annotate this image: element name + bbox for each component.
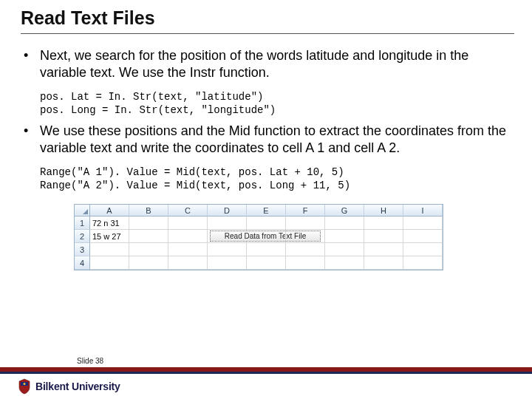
cell[interactable] [325, 243, 364, 256]
bullet-list: Next, we search for the position of the … [21, 47, 511, 81]
cell[interactable] [247, 256, 286, 270]
cell[interactable] [208, 256, 247, 270]
cell[interactable] [364, 230, 403, 243]
code-line: pos. Lat = In. Str(text, "latitude") [40, 91, 263, 103]
cell[interactable] [90, 256, 129, 270]
logo-row: Bilkent University [0, 374, 532, 399]
cell-a1[interactable]: 72 n 31 [90, 216, 129, 230]
row-header[interactable]: 2 [75, 230, 90, 243]
footer: Bilkent University [0, 367, 532, 399]
cell[interactable] [247, 216, 286, 230]
sheet-row: 4 [75, 256, 443, 270]
bullet-item: We use these positions and the Mid funct… [21, 123, 511, 156]
cell[interactable] [364, 256, 403, 270]
cell[interactable] [403, 230, 443, 243]
cell[interactable] [168, 256, 208, 270]
sheet-row: 1 72 n 31 [75, 216, 443, 230]
university-crest-icon [18, 378, 31, 395]
cell[interactable] [129, 243, 168, 256]
sheet-row: 3 [75, 243, 443, 256]
cell[interactable] [247, 243, 286, 256]
cell[interactable] [90, 243, 129, 256]
cell[interactable] [364, 216, 403, 230]
cell[interactable] [325, 216, 364, 230]
slide-body: Next, we search for the position of the … [21, 47, 511, 270]
cell[interactable] [286, 230, 325, 243]
cell[interactable] [208, 216, 247, 230]
col-header[interactable]: E [247, 205, 286, 216]
col-header[interactable]: D [208, 205, 247, 216]
spreadsheet: A B C D E F G H I 1 72 n 31 [74, 204, 443, 270]
code-line: pos. Long = In. Str(text, "longitude") [40, 104, 276, 116]
cell[interactable] [403, 256, 443, 270]
cell[interactable] [286, 256, 325, 270]
cell[interactable] [168, 243, 208, 256]
row-header[interactable]: 4 [75, 256, 90, 270]
col-header[interactable]: H [364, 205, 403, 216]
slide-number: Slide 38 [77, 357, 103, 365]
cell[interactable] [129, 216, 168, 230]
svg-point-0 [24, 383, 26, 385]
slide-title: Read Text Files [21, 7, 511, 32]
title-rule [21, 33, 514, 34]
col-header[interactable]: F [286, 205, 325, 216]
col-header[interactable]: B [129, 205, 168, 216]
code-block-2: Range("A 1"). Value = Mid(text, pos. Lat… [21, 163, 511, 198]
col-header[interactable]: I [403, 205, 443, 216]
row-header[interactable]: 1 [75, 216, 90, 230]
cell[interactable] [168, 230, 208, 243]
cell[interactable] [247, 230, 286, 243]
cell[interactable]: Read Data from Text File [208, 230, 247, 243]
cell[interactable] [325, 230, 364, 243]
bullet-text: Next, we search for the position of the … [40, 48, 468, 80]
bullet-item: Next, we search for the position of the … [21, 47, 511, 81]
cell[interactable] [129, 256, 168, 270]
cell[interactable] [286, 216, 325, 230]
cell[interactable] [168, 216, 208, 230]
bullet-list: We use these positions and the Mid funct… [21, 123, 511, 156]
row-header[interactable]: 3 [75, 243, 90, 256]
cell[interactable] [364, 243, 403, 256]
cell[interactable] [129, 230, 168, 243]
cell[interactable] [208, 243, 247, 256]
cell-a2[interactable]: 15 w 27 [90, 230, 129, 243]
sheet-row: 2 15 w 27 Read Data from Text File [75, 230, 443, 243]
col-header[interactable]: G [325, 205, 364, 216]
col-header[interactable]: A [90, 205, 129, 216]
cell[interactable] [403, 243, 443, 256]
university-name: Bilkent University [35, 381, 120, 392]
slide: Read Text Files Next, we search for the … [0, 0, 532, 399]
code-block-1: pos. Lat = In. Str(text, "latitude") pos… [21, 88, 511, 123]
cell[interactable] [325, 256, 364, 270]
cell[interactable] [286, 243, 325, 256]
col-header[interactable]: C [168, 205, 208, 216]
cell[interactable] [403, 216, 443, 230]
bullet-text: We use these positions and the Mid funct… [40, 123, 506, 155]
select-all-corner[interactable] [75, 205, 90, 216]
code-line: Range("A 1"). Value = Mid(text, pos. Lat… [40, 166, 344, 178]
code-line: Range("A 2"). Value = Mid(text, pos. Lon… [40, 180, 350, 191]
sheet-header-row: A B C D E F G H I [75, 205, 443, 216]
